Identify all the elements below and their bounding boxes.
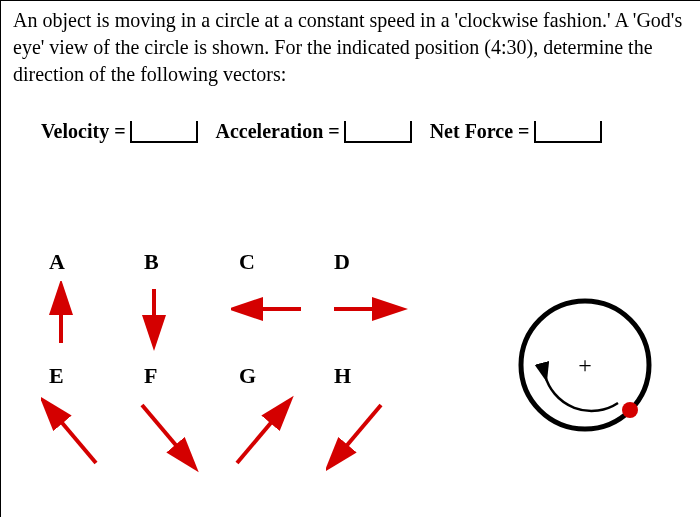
arrow-down-icon bbox=[136, 281, 231, 351]
velocity-blank[interactable] bbox=[130, 121, 198, 143]
option-letter-E: E bbox=[41, 363, 136, 389]
svg-line-7 bbox=[332, 405, 381, 463]
option-letter-F: F bbox=[136, 363, 231, 389]
arrow-up-left-icon bbox=[41, 395, 136, 465]
arrow-left-icon bbox=[231, 281, 326, 351]
acceleration-group: Acceleration = bbox=[216, 120, 412, 143]
circle-diagram: + bbox=[503, 283, 668, 448]
arrow-row-top bbox=[41, 281, 421, 351]
option-letters-top: A B C D bbox=[41, 249, 421, 275]
option-letters-bottom: E F G H bbox=[41, 363, 421, 389]
svg-line-4 bbox=[47, 405, 96, 463]
arrow-right-icon bbox=[326, 281, 421, 351]
center-plus-icon: + bbox=[578, 352, 592, 378]
option-letter-G: G bbox=[231, 363, 326, 389]
netforce-group: Net Force = bbox=[430, 120, 602, 143]
acceleration-label: Acceleration = bbox=[216, 120, 340, 143]
answer-inputs-row: Velocity = Acceleration = Net Force = bbox=[13, 120, 688, 143]
netforce-blank[interactable] bbox=[534, 121, 602, 143]
arrow-down-right-icon bbox=[136, 395, 231, 465]
option-letter-C: C bbox=[231, 249, 326, 275]
acceleration-blank[interactable] bbox=[344, 121, 412, 143]
velocity-group: Velocity = bbox=[41, 120, 198, 143]
position-marker-icon bbox=[622, 402, 638, 418]
svg-line-6 bbox=[237, 405, 286, 463]
question-text: An object is moving in a circle at a con… bbox=[13, 7, 688, 88]
netforce-label: Net Force = bbox=[430, 120, 530, 143]
svg-line-5 bbox=[142, 405, 191, 463]
option-letter-D: D bbox=[326, 249, 421, 275]
direction-options-grid: A B C D bbox=[41, 249, 421, 465]
arrow-up-icon bbox=[41, 281, 136, 351]
arrow-up-right-icon bbox=[231, 395, 326, 465]
velocity-label: Velocity = bbox=[41, 120, 126, 143]
option-letter-A: A bbox=[41, 249, 136, 275]
option-letter-B: B bbox=[136, 249, 231, 275]
arrow-row-bottom bbox=[41, 395, 421, 465]
option-letter-H: H bbox=[326, 363, 421, 389]
arrow-down-left-icon bbox=[326, 395, 421, 465]
